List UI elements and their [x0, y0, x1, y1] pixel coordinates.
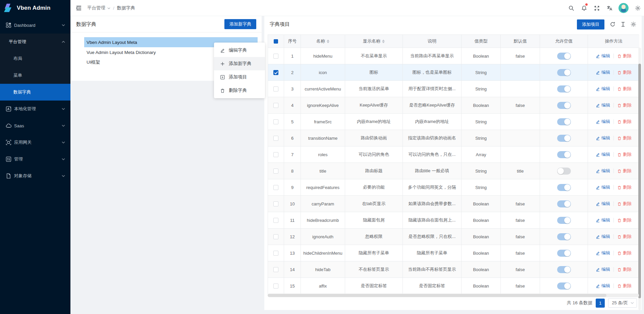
sidebar-item-应用网关[interactable]: 应用网关 — [0, 134, 70, 151]
edit-button[interactable]: 编辑 — [596, 266, 610, 272]
settings-gear-icon[interactable] — [631, 0, 644, 16]
page-number-button[interactable]: 1 — [596, 299, 605, 308]
delete-button[interactable]: 删除 — [617, 53, 632, 59]
delete-button[interactable]: 删除 — [617, 135, 632, 141]
page-size-select[interactable]: 25 条/页 — [608, 298, 637, 308]
delete-button[interactable]: 删除 — [617, 234, 632, 240]
allow-null-toggle[interactable] — [557, 151, 571, 158]
sort-icon[interactable] — [382, 40, 385, 43]
delete-button[interactable]: 删除 — [617, 250, 632, 256]
allow-null-toggle[interactable] — [557, 168, 571, 175]
refresh-icon[interactable] — [610, 21, 615, 27]
allow-null-toggle[interactable] — [557, 69, 571, 76]
vertical-scrollbar[interactable] — [638, 48, 641, 310]
allow-null-toggle[interactable] — [557, 200, 571, 207]
select-all-checkbox[interactable] — [268, 35, 284, 48]
edit-button[interactable]: 编辑 — [596, 250, 610, 256]
sidebar-item-管理[interactable]: 管理 — [0, 151, 70, 168]
edit-button[interactable]: 编辑 — [596, 69, 610, 75]
context-menu-item[interactable]: 添加新字典 — [214, 57, 265, 70]
delete-button[interactable]: 删除 — [617, 184, 632, 190]
sidebar-item-saas[interactable]: Saas — [0, 117, 70, 134]
checkbox-indeterminate[interactable] — [274, 39, 278, 44]
delete-button[interactable]: 删除 — [617, 102, 632, 108]
app-logo[interactable]: Vben Admin — [0, 0, 70, 16]
edit-button[interactable]: 编辑 — [596, 135, 610, 141]
sidebar-item-dashboard[interactable]: Dashboard — [0, 17, 70, 34]
edit-button[interactable]: 编辑 — [596, 168, 610, 174]
row-checkbox[interactable] — [273, 169, 278, 174]
edit-button[interactable]: 编辑 — [596, 283, 610, 289]
horizontal-scrollbar[interactable] — [268, 294, 639, 297]
row-checkbox[interactable] — [273, 185, 278, 190]
delete-button[interactable]: 删除 — [617, 201, 632, 207]
search-icon[interactable] — [565, 0, 578, 16]
add-item-button[interactable]: 添加项目 — [577, 19, 604, 29]
user-avatar[interactable] — [619, 3, 629, 13]
row-checkbox[interactable] — [273, 70, 278, 75]
sidebar-item-布局[interactable]: 布局 — [0, 50, 70, 67]
edit-button[interactable]: 编辑 — [596, 119, 610, 125]
column-header-显示名称[interactable]: 显示名称 — [345, 35, 403, 48]
row-checkbox[interactable] — [273, 54, 278, 59]
row-checkbox[interactable] — [273, 136, 278, 141]
delete-button[interactable]: 删除 — [617, 168, 632, 174]
sidebar-item-本地化管理[interactable]: 本地化管理 — [0, 101, 70, 117]
sidebar-item-对象存储[interactable]: 对象存储 — [0, 168, 70, 184]
add-dictionary-button[interactable]: 添加新字典 — [224, 19, 256, 29]
sort-icon[interactable] — [327, 40, 329, 43]
notification-bell-icon[interactable] — [578, 0, 590, 16]
delete-button[interactable]: 删除 — [617, 119, 632, 125]
breadcrumb-parent[interactable]: 平台管理 — [87, 5, 105, 11]
row-checkbox[interactable] — [273, 251, 278, 256]
row-height-icon[interactable] — [620, 21, 626, 27]
edit-button[interactable]: 编辑 — [596, 234, 610, 240]
allow-null-toggle[interactable] — [557, 135, 571, 142]
context-menu-item[interactable]: 添加项目 — [214, 70, 265, 84]
allow-null-toggle[interactable] — [557, 184, 571, 191]
edit-button[interactable]: 编辑 — [596, 53, 610, 59]
delete-button[interactable]: 删除 — [617, 86, 632, 92]
row-checkbox[interactable] — [273, 86, 278, 91]
row-checkbox[interactable] — [273, 152, 278, 157]
allow-null-toggle[interactable] — [557, 217, 571, 224]
context-menu-item[interactable]: 编辑字典 — [214, 44, 265, 57]
sidebar-item-数据字典[interactable]: 数据字典 — [0, 84, 70, 101]
column-header-名称[interactable]: 名称 — [301, 35, 345, 48]
row-checkbox[interactable] — [273, 284, 278, 289]
delete-button[interactable]: 删除 — [617, 69, 632, 75]
column-settings-gear-icon[interactable] — [631, 21, 636, 27]
sidebar-item-菜单[interactable]: 菜单 — [0, 67, 70, 84]
delete-button[interactable]: 删除 — [617, 266, 632, 272]
allow-null-toggle[interactable] — [557, 118, 571, 125]
edit-button[interactable]: 编辑 — [596, 184, 610, 190]
delete-button[interactable]: 删除 — [617, 217, 632, 223]
translate-icon[interactable] — [603, 0, 616, 16]
allow-null-toggle[interactable] — [557, 266, 571, 273]
allow-null-toggle[interactable] — [557, 53, 571, 60]
sidebar-item-label: 本地化管理 — [14, 106, 36, 112]
row-checkbox[interactable] — [273, 234, 278, 239]
edit-button[interactable]: 编辑 — [596, 217, 610, 223]
menu-fold-icon[interactable] — [75, 5, 82, 11]
row-checkbox[interactable] — [273, 103, 278, 108]
edit-button[interactable]: 编辑 — [596, 151, 610, 158]
allow-null-toggle[interactable] — [557, 102, 571, 109]
sidebar-item-平台管理[interactable]: 平台管理 — [0, 34, 70, 50]
row-checkbox[interactable] — [273, 119, 278, 124]
delete-button[interactable]: 删除 — [617, 283, 632, 289]
allow-null-toggle[interactable] — [557, 282, 571, 290]
table-row: 9requiredFeatures必要的功能多个功能间用英文，分隔String编… — [268, 179, 639, 196]
edit-button[interactable]: 编辑 — [596, 201, 610, 207]
edit-button[interactable]: 编辑 — [596, 102, 610, 108]
edit-button[interactable]: 编辑 — [596, 86, 610, 92]
context-menu-item[interactable]: 删除字典 — [214, 84, 265, 97]
allow-null-toggle[interactable] — [557, 233, 571, 240]
row-checkbox[interactable] — [273, 267, 278, 272]
row-checkbox[interactable] — [273, 218, 278, 223]
delete-button[interactable]: 删除 — [617, 151, 632, 158]
fullscreen-icon[interactable] — [590, 0, 603, 16]
allow-null-toggle[interactable] — [557, 85, 571, 92]
row-checkbox[interactable] — [273, 201, 278, 206]
allow-null-toggle[interactable] — [557, 250, 571, 257]
